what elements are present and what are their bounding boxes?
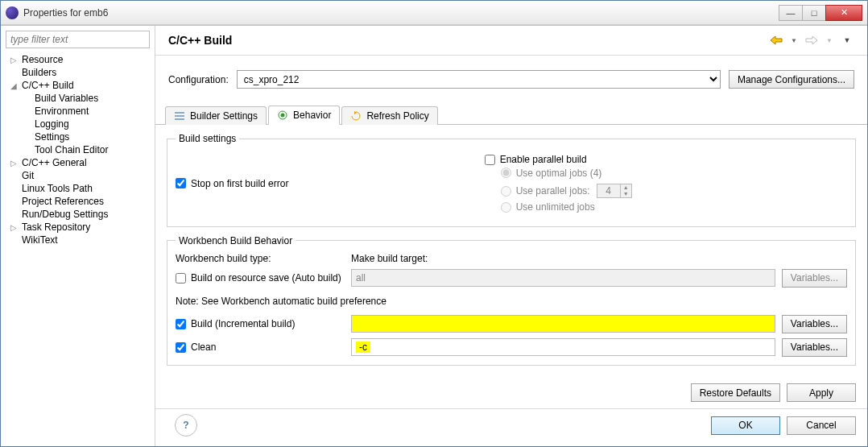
auto-build-note: Note: See Workbench automatic build pref… xyxy=(176,292,847,310)
optimal-jobs-radio: Use optimal jobs (4) xyxy=(501,168,602,179)
window-title: Properties for emb6 xyxy=(23,7,779,19)
tree-item[interactable]: Environment xyxy=(6,105,150,118)
svg-rect-0 xyxy=(175,112,184,114)
close-button[interactable]: ✕ xyxy=(825,5,862,21)
auto-build-target-field: all xyxy=(351,269,775,287)
properties-dialog: Properties for emb6 — □ ✕ ▷ResourceBuild… xyxy=(0,0,868,447)
page-footer: Restore Defaults Apply xyxy=(155,376,867,408)
twist-icon: ▷ xyxy=(9,159,19,168)
tree-item[interactable]: Git xyxy=(6,169,150,182)
list-icon xyxy=(174,110,185,122)
filter-input[interactable] xyxy=(6,31,150,48)
spin-down-icon: ▼ xyxy=(621,191,631,197)
twist-icon: ▷ xyxy=(9,56,19,64)
twist-icon: ◢ xyxy=(9,81,19,90)
configuration-select[interactable]: cs_xpro_212 xyxy=(237,70,721,89)
unlimited-jobs-radio: Use unlimited jobs xyxy=(501,201,595,213)
tab-refresh-policy[interactable]: Refresh Policy xyxy=(341,106,437,125)
incremental-variables-button[interactable]: Variables... xyxy=(782,315,847,333)
parallel-jobs-radio: Use parallel jobs: xyxy=(501,185,590,197)
tree-item-label: WikiText xyxy=(22,234,58,246)
incremental-build-checkbox[interactable]: Build (Incremental build) xyxy=(176,318,345,329)
auto-build-checkbox[interactable]: Build on resource save (Auto build) xyxy=(176,272,345,284)
maximize-button[interactable]: □ xyxy=(802,5,826,21)
clean-checkbox[interactable]: Clean xyxy=(176,341,345,353)
tree-item-label: Environment xyxy=(35,106,89,117)
tree-item-label: Task Repository xyxy=(22,221,90,233)
back-icon[interactable] xyxy=(769,34,783,47)
wb-type-header: Workbench build type: xyxy=(176,253,345,264)
svg-rect-1 xyxy=(175,115,184,117)
tree-item[interactable]: ▷Task Repository xyxy=(6,221,150,234)
configuration-row: Configuration: cs_xpro_212 Manage Config… xyxy=(155,56,867,105)
page-header: C/C++ Build ▼ ▼ ▼ xyxy=(155,26,867,56)
tree-item[interactable]: Builders xyxy=(6,66,150,79)
content-area: C/C++ Build ▼ ▼ ▼ Configuration: cs_xpro… xyxy=(155,26,867,446)
tree-item[interactable]: Linux Tools Path xyxy=(6,182,150,195)
build-settings-group: Build settings Stop on first build error xyxy=(167,133,856,227)
eclipse-icon xyxy=(6,6,19,19)
dropdown-back-icon[interactable]: ▼ xyxy=(787,34,801,47)
stop-first-error-checkbox[interactable]: Stop on first build error xyxy=(176,178,288,189)
tree-item[interactable]: Project References xyxy=(6,195,150,208)
help-button[interactable]: ? xyxy=(175,414,197,437)
tree-item-label: Run/Debug Settings xyxy=(22,209,108,220)
tree-item-label: Tool Chain Editor xyxy=(35,144,108,155)
enable-parallel-checkbox[interactable]: Enable parallel build xyxy=(485,154,587,165)
page-title: C/C++ Build xyxy=(168,34,766,47)
tree-item-label: C/C++ Build xyxy=(22,80,74,91)
tab-content: Build settings Stop on first build error xyxy=(155,125,867,376)
svg-rect-2 xyxy=(175,118,184,120)
tree-item[interactable]: ▷C/C++ General xyxy=(6,156,150,169)
spin-up-icon: ▲ xyxy=(621,184,631,191)
radio-green-icon xyxy=(277,110,288,121)
tree-item-label: Linux Tools Path xyxy=(22,183,93,194)
dialog-footer: ? OK Cancel xyxy=(155,408,867,446)
tree-item-label: Logging xyxy=(35,118,69,130)
titlebar: Properties for emb6 — □ ✕ xyxy=(1,1,867,25)
minimize-button[interactable]: — xyxy=(779,5,803,21)
restore-defaults-button[interactable]: Restore Defaults xyxy=(691,383,780,402)
tree-item-label: Builders xyxy=(22,67,56,78)
twist-icon: ▷ xyxy=(9,223,19,232)
wb-target-header: Make build target: xyxy=(351,253,775,264)
refresh-icon xyxy=(350,110,362,122)
tree-item[interactable]: ▷Resource xyxy=(6,53,150,66)
configuration-label: Configuration: xyxy=(168,74,229,85)
tree-item[interactable]: Settings xyxy=(6,130,150,143)
tree-item-label: Build Variables xyxy=(35,93,98,104)
tree-item-label: Settings xyxy=(35,131,69,143)
tree-item[interactable]: Logging xyxy=(6,118,150,130)
build-settings-legend: Build settings xyxy=(176,133,239,144)
sidebar: ▷ResourceBuilders◢C/C++ BuildBuild Varia… xyxy=(1,26,155,446)
workbench-behavior-group: Workbench Build Behavior Workbench build… xyxy=(167,235,856,366)
nav-tree: ▷ResourceBuilders◢C/C++ BuildBuild Varia… xyxy=(6,53,150,441)
ok-button[interactable]: OK xyxy=(711,416,780,435)
svg-point-4 xyxy=(281,114,285,118)
clean-target-field[interactable]: -c xyxy=(351,338,775,356)
tabs: Builder Settings Behavior Refresh Policy xyxy=(155,105,867,125)
tree-item[interactable]: Run/Debug Settings xyxy=(6,208,150,221)
tab-behavior[interactable]: Behavior xyxy=(268,106,340,125)
manage-configurations-button[interactable]: Manage Configurations... xyxy=(729,70,854,89)
tree-item-label: Project References xyxy=(22,196,104,207)
dropdown-forward-icon[interactable]: ▼ xyxy=(822,34,837,47)
tree-item[interactable]: Build Variables xyxy=(6,92,150,105)
tree-item-label: Git xyxy=(22,170,34,181)
tree-item-label: Resource xyxy=(22,54,63,65)
clean-variables-button[interactable]: Variables... xyxy=(782,338,847,357)
tree-item[interactable]: Tool Chain Editor xyxy=(6,143,150,156)
apply-button[interactable]: Apply xyxy=(787,383,856,402)
tree-item[interactable]: ◢C/C++ Build xyxy=(6,79,150,92)
parallel-jobs-spinner: ▲▼ xyxy=(597,184,632,198)
forward-icon[interactable] xyxy=(804,34,819,47)
workbench-legend: Workbench Build Behavior xyxy=(176,235,296,246)
dialog-body: ▷ResourceBuilders◢C/C++ BuildBuild Varia… xyxy=(1,25,867,446)
incremental-target-field[interactable] xyxy=(351,315,775,333)
auto-build-variables-button: Variables... xyxy=(782,269,847,288)
menu-icon[interactable]: ▼ xyxy=(840,34,854,47)
tab-builder-settings[interactable]: Builder Settings xyxy=(165,106,267,125)
cancel-button[interactable]: Cancel xyxy=(787,416,856,435)
tree-item[interactable]: WikiText xyxy=(6,234,150,246)
tree-item-label: C/C++ General xyxy=(22,157,87,168)
